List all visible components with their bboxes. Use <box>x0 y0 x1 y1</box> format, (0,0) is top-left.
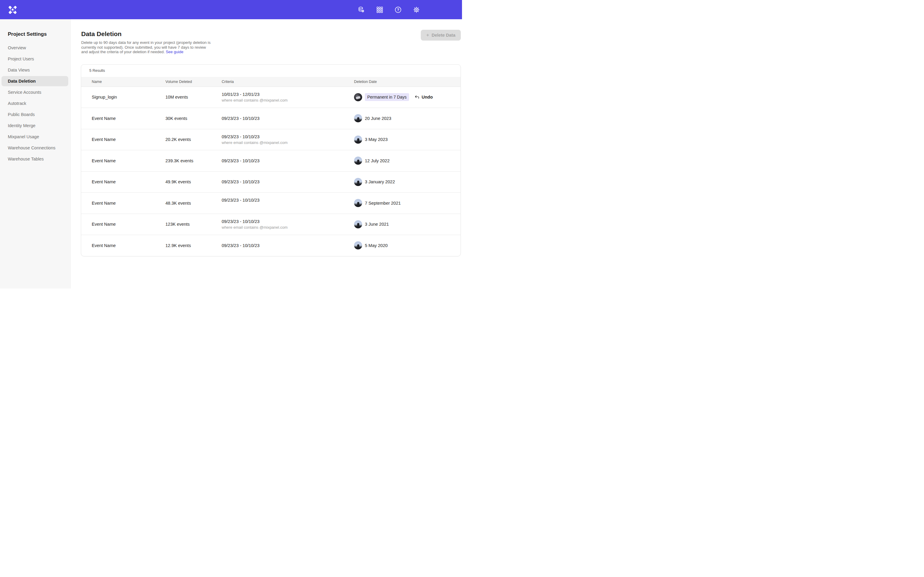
user-avatar <box>354 156 362 165</box>
criteria-subtext: where email contains @mixpanel.com <box>222 140 354 145</box>
row-volume-deleted: 20.2K events <box>165 137 222 142</box>
table-row: Event Name 239.3K events 09/23/23 - 10/1… <box>81 150 460 171</box>
page-heading-block: Data Deletion Delete up to 90 days data … <box>81 31 213 55</box>
see-guide-link[interactable]: See guide <box>166 50 184 54</box>
row-deletion-date: 20 June 2023 <box>354 114 460 122</box>
row-volume-deleted: 10M events <box>165 95 222 100</box>
description-text: Delete up to 90 days data for any event … <box>81 40 210 54</box>
row-event-name: Event Name <box>92 222 165 227</box>
row-criteria: 10/01/23 - 12/01/23 where email contains… <box>222 92 354 103</box>
undo-icon <box>415 95 420 100</box>
table-header-row: Name Volume Deleted Criteria Deletion Da… <box>81 77 460 87</box>
apps-grid-icon <box>376 6 383 13</box>
sidebar-item-autotrack[interactable]: Autotrack <box>2 98 68 108</box>
results-count: 5 Results <box>81 64 460 77</box>
sidebar-item-label: Identity Merge <box>8 123 36 128</box>
row-event-name: Event Name <box>92 243 165 248</box>
user-avatar <box>354 220 362 228</box>
row-event-name: Event Name <box>92 179 165 184</box>
sidebar-item-label: Public Boards <box>8 112 35 117</box>
sidebar-nav: Overview Project Users Data Views Data D… <box>0 43 70 164</box>
sidebar-item-project-users[interactable]: Project Users <box>2 54 68 64</box>
deletion-date-text: 3 January 2022 <box>365 179 395 184</box>
sidebar-item-label: Service Accounts <box>8 90 41 95</box>
table-row: Signup_login 10M events 10/01/23 - 12/01… <box>81 87 460 108</box>
deletion-status: Permanent in 7 Days Undo <box>365 93 433 101</box>
user-avatar <box>354 178 362 186</box>
undo-button[interactable]: Undo <box>415 95 433 100</box>
row-event-name: Event Name <box>92 137 165 142</box>
sidebar-item-warehouse-connections[interactable]: Warehouse Connections <box>2 143 68 153</box>
row-criteria: 09/23/23 - 10/10/23 <box>222 243 354 248</box>
deletion-date-text: 3 June 2021 <box>365 222 389 227</box>
row-event-name: Event Name <box>92 116 165 121</box>
help-button[interactable]: ? <box>393 5 403 15</box>
criteria-date-range: 09/23/23 - 10/10/23 <box>222 243 354 248</box>
delete-data-button[interactable]: + Delete Data <box>421 30 461 40</box>
page-shell: Project Settings Overview Project Users … <box>0 19 462 288</box>
criteria-subtext <box>222 204 354 208</box>
user-avatar <box>354 114 362 122</box>
criteria-date-range: 09/23/23 - 10/10/23 <box>222 158 354 163</box>
sidebar-item-warehouse-tables[interactable]: Warehouse Tables <box>2 154 68 164</box>
sidebar-item-label: Autotrack <box>8 101 26 106</box>
row-deletion-date: 3 June 2021 <box>354 220 460 228</box>
sidebar-item-public-boards[interactable]: Public Boards <box>2 110 68 119</box>
table-row: Event Name 12.9K events 09/23/23 - 10/10… <box>81 235 460 256</box>
sidebar-item-data-views[interactable]: Data Views <box>2 65 68 75</box>
settings-sidebar: Project Settings Overview Project Users … <box>0 19 71 288</box>
criteria-subtext: where email contains @mixpanel.com <box>222 98 354 103</box>
plus-icon: + <box>426 33 429 37</box>
sidebar-item-label: Warehouse Connections <box>8 145 55 150</box>
user-avatar <box>354 135 362 143</box>
sidebar-title: Project Settings <box>8 31 70 37</box>
column-header-volume: Volume Deleted <box>165 80 222 84</box>
sidebar-item-overview[interactable]: Overview <box>2 43 68 53</box>
data-settings-icon <box>358 6 365 13</box>
criteria-date-range: 09/23/23 - 10/10/23 <box>222 134 354 139</box>
table-row: Event Name 30K events 09/23/23 - 10/10/2… <box>81 108 460 129</box>
sidebar-item-mixpanel-usage[interactable]: Mixpanel Usage <box>2 132 68 142</box>
row-volume-deleted: 12.9K events <box>165 243 222 248</box>
mixpanel-logo[interactable] <box>8 5 17 14</box>
row-criteria: 09/23/23 - 10/10/23 where email contains… <box>222 219 354 230</box>
row-event-name: Event Name <box>92 201 165 206</box>
svg-text:?: ? <box>397 8 399 12</box>
apps-grid-button[interactable] <box>375 5 385 15</box>
criteria-subtext: where email contains @mixpanel.com <box>222 225 354 230</box>
data-settings-button[interactable] <box>356 5 366 15</box>
row-deletion-date: 5 May 2020 <box>354 241 460 250</box>
page-title: Data Deletion <box>81 31 213 37</box>
criteria-date-range: 10/01/23 - 12/01/23 <box>222 92 354 97</box>
row-event-name: Event Name <box>92 158 165 163</box>
row-deletion-date: 3 January 2022 <box>354 178 460 186</box>
logo-center-square <box>12 9 14 11</box>
row-criteria: 09/23/23 - 10/10/23 <box>222 198 354 208</box>
table-row: Event Name 49.9K events 09/23/23 - 10/10… <box>81 171 460 193</box>
page-description: Delete up to 90 days data for any event … <box>81 40 213 55</box>
criteria-date-range: 09/23/23 - 10/10/23 <box>222 116 354 121</box>
settings-icon <box>413 6 420 13</box>
delete-data-button-label: Delete Data <box>431 33 456 37</box>
content-header: Data Deletion Delete up to 90 days data … <box>81 31 461 55</box>
sidebar-item-data-deletion[interactable]: Data Deletion <box>2 76 68 86</box>
deletion-date-text: 7 September 2021 <box>365 201 401 206</box>
row-deletion-date: Permanent in 7 Days Undo <box>354 93 460 101</box>
column-header-criteria: Criteria <box>222 80 354 84</box>
column-header-deletion-date: Deletion Date <box>354 80 460 84</box>
row-volume-deleted: 123K events <box>165 222 222 227</box>
sidebar-item-label: Mixpanel Usage <box>8 134 39 139</box>
deletion-date-text: 3 May 2023 <box>365 137 388 142</box>
sidebar-item-identity-merge[interactable]: Identity Merge <box>2 121 68 131</box>
row-criteria: 09/23/23 - 10/10/23 <box>222 116 354 121</box>
sidebar-item-label: Warehouse Tables <box>8 156 44 161</box>
top-nav-bar: ? <box>0 0 462 19</box>
user-avatar <box>354 93 362 101</box>
sidebar-item-service-accounts[interactable]: Service Accounts <box>2 87 68 97</box>
criteria-date-range: 09/23/23 - 10/10/23 <box>222 179 354 184</box>
settings-button[interactable] <box>411 5 422 15</box>
row-volume-deleted: 49.9K events <box>165 179 222 184</box>
row-volume-deleted: 30K events <box>165 116 222 121</box>
row-deletion-date: 12 July 2022 <box>354 156 460 165</box>
row-event-name: Signup_login <box>92 95 165 100</box>
